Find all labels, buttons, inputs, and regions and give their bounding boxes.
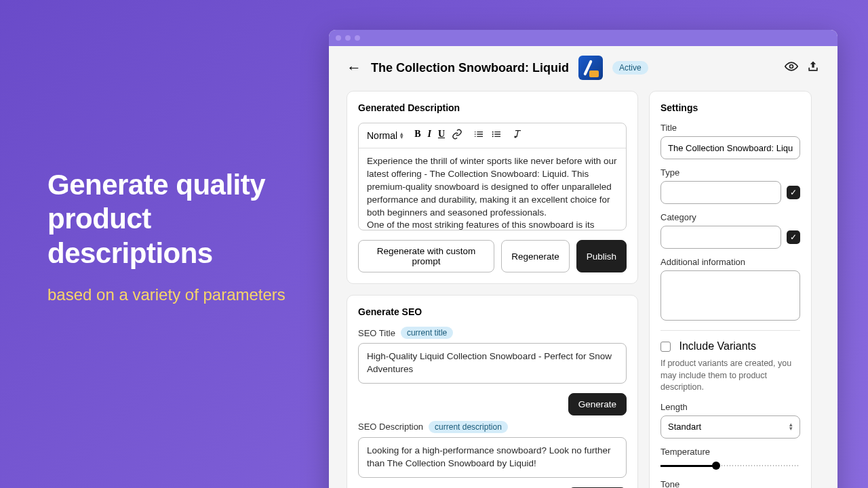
slider-knob[interactable] [712,462,720,470]
temperature-field-label: Temperature [660,447,800,457]
promo-subhead: based on a variety of parameters [47,284,305,305]
svg-point-0 [790,64,793,68]
generate-seo-card: Generate SEO SEO Title current title Hig… [347,295,638,488]
title-field-label: Title [660,123,800,133]
additional-info-textarea[interactable] [660,270,800,321]
seo-title-input[interactable]: High-Quality Liquid Collection Snowboard… [358,343,627,384]
editor-toolbar: Normal ▴▾ B I U [359,123,626,148]
divider [660,330,800,331]
seo-title-label: SEO Title [358,328,395,338]
share-icon[interactable] [806,60,820,77]
category-toggle-checkbox[interactable]: ✓ [787,230,800,244]
seo-description-label: SEO Description [358,422,423,432]
rich-text-editor: Normal ▴▾ B I U [358,123,627,230]
svg-point-2 [492,134,494,135]
regenerate-custom-button[interactable]: Regenerate with custom prompt [358,240,494,272]
bold-button[interactable]: B [414,129,420,142]
preview-eye-icon[interactable] [785,60,798,77]
italic-button[interactable]: I [427,129,431,142]
svg-point-1 [492,131,494,133]
regenerate-button[interactable]: Regenerate [501,240,570,272]
additional-info-label: Additional information [660,257,800,267]
svg-point-3 [492,136,494,137]
variants-help-text: If product variants are created, you may… [660,358,800,394]
traffic-light-close[interactable] [336,35,341,41]
chevron-updown-icon: ▴▾ [789,423,793,430]
back-arrow-icon[interactable]: ← [347,59,361,77]
seo-description-input[interactable]: Looking for a high-performance snowboard… [358,437,627,478]
page-title: The Collection Snowboard: Liquid [371,61,569,75]
include-variants-checkbox[interactable] [660,342,671,352]
chevron-updown-icon: ▴▾ [400,132,403,140]
tone-field-label: Tone [660,479,800,489]
traffic-light-min[interactable] [345,35,351,41]
category-input[interactable] [660,226,781,249]
section-title: Generate SEO [358,306,627,317]
traffic-light-max[interactable] [355,35,360,41]
page-header: ← The Collection Snowboard: Liquid Activ… [347,56,820,80]
type-input[interactable] [660,181,781,204]
app-window: ← The Collection Snowboard: Liquid Activ… [329,30,837,488]
generated-description-card: Generated Description Normal ▴▾ B I U [347,91,638,284]
underline-button[interactable]: U [438,129,445,142]
settings-card: Settings Title Type ✓ C [649,91,812,488]
include-variants-row[interactable]: Include Variants [660,340,756,352]
current-title-pill: current title [401,327,453,339]
status-badge: Active [612,61,648,75]
category-field-label: Category [660,212,781,222]
section-title: Settings [660,102,800,113]
title-input[interactable] [660,136,800,159]
type-toggle-checkbox[interactable]: ✓ [787,186,800,199]
promo-headline: Generate quality product descriptions [47,168,305,270]
clear-formatting-icon[interactable] [513,129,524,142]
link-icon[interactable] [452,129,462,142]
ordered-list-icon[interactable] [473,129,484,142]
type-field-label: Type [660,167,781,178]
include-variants-label: Include Variants [679,340,756,352]
paragraph-style-select[interactable]: Normal ▴▾ [367,130,403,141]
product-thumbnail [578,56,603,80]
length-field-label: Length [660,402,800,412]
unordered-list-icon[interactable] [491,129,502,142]
window-titlebar [329,30,837,46]
generate-seo-title-button[interactable]: Generate [568,393,627,415]
editor-content[interactable]: Experience the thrill of winter sports l… [359,148,626,230]
current-description-pill: current description [429,421,508,433]
section-title: Generated Description [358,102,627,113]
publish-button[interactable]: Publish [576,240,627,272]
length-select[interactable]: Standart ▴▾ [660,415,800,439]
temperature-slider[interactable] [660,460,800,471]
